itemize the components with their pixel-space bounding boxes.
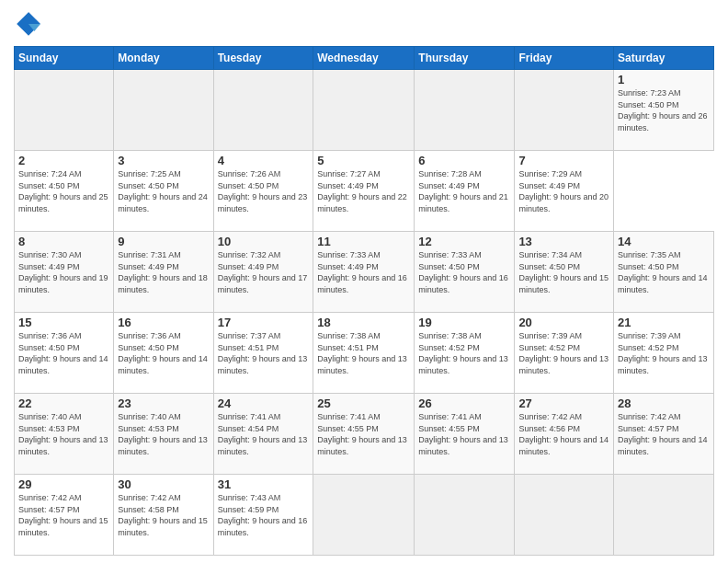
header (14, 9, 714, 39)
calendar-body: 1 Sunrise: 7:23 AMSunset: 4:50 PMDayligh… (15, 70, 714, 556)
day-cell-5: 5 Sunrise: 7:27 AMSunset: 4:49 PMDayligh… (313, 151, 415, 232)
day-cell-4: 4 Sunrise: 7:26 AMSunset: 4:50 PMDayligh… (213, 151, 313, 232)
week-row-1: 2 Sunrise: 7:24 AMSunset: 4:50 PMDayligh… (15, 151, 714, 232)
empty-cell (313, 475, 415, 556)
day-cell-26: 26 Sunrise: 7:41 AMSunset: 4:55 PMDaylig… (415, 394, 515, 475)
day-header-thursday: Thursday (415, 47, 515, 70)
day-cell-3: 3 Sunrise: 7:25 AMSunset: 4:50 PMDayligh… (114, 151, 213, 232)
week-row-4: 22 Sunrise: 7:40 AMSunset: 4:53 PMDaylig… (15, 394, 714, 475)
day-cell-23: 23 Sunrise: 7:40 AMSunset: 4:53 PMDaylig… (114, 394, 213, 475)
day-cell-22: 22 Sunrise: 7:40 AMSunset: 4:53 PMDaylig… (15, 394, 114, 475)
day-cell-31: 31 Sunrise: 7:43 AMSunset: 4:59 PMDaylig… (213, 475, 313, 556)
empty-cell (15, 70, 114, 151)
empty-cell (614, 475, 714, 556)
day-cell-6: 6 Sunrise: 7:28 AMSunset: 4:49 PMDayligh… (415, 151, 515, 232)
empty-cell (415, 475, 515, 556)
day-cell-20: 20 Sunrise: 7:39 AMSunset: 4:52 PMDaylig… (515, 313, 614, 394)
empty-cell (213, 70, 313, 151)
day-cell-24: 24 Sunrise: 7:41 AMSunset: 4:54 PMDaylig… (213, 394, 313, 475)
logo (14, 9, 47, 39)
empty-cell (515, 475, 614, 556)
day-cell-18: 18 Sunrise: 7:38 AMSunset: 4:51 PMDaylig… (313, 313, 415, 394)
day-header-tuesday: Tuesday (213, 47, 313, 70)
day-cell-27: 27 Sunrise: 7:42 AMSunset: 4:56 PMDaylig… (515, 394, 614, 475)
day-cell-9: 9 Sunrise: 7:31 AMSunset: 4:49 PMDayligh… (114, 232, 213, 313)
day-cell-25: 25 Sunrise: 7:41 AMSunset: 4:55 PMDaylig… (313, 394, 415, 475)
empty-cell (313, 70, 415, 151)
day-cell-7: 7 Sunrise: 7:29 AMSunset: 4:49 PMDayligh… (515, 151, 614, 232)
day-cell-8: 8 Sunrise: 7:30 AMSunset: 4:49 PMDayligh… (15, 232, 114, 313)
day-cell-14: 14 Sunrise: 7:35 AMSunset: 4:50 PMDaylig… (614, 232, 714, 313)
page: SundayMondayTuesdayWednesdayThursdayFrid… (0, 0, 728, 563)
logo-icon (14, 9, 43, 39)
calendar: SundayMondayTuesdayWednesdayThursdayFrid… (14, 46, 714, 556)
day-cell-10: 10 Sunrise: 7:32 AMSunset: 4:49 PMDaylig… (213, 232, 313, 313)
day-cell-30: 30 Sunrise: 7:42 AMSunset: 4:58 PMDaylig… (114, 475, 213, 556)
day-cell-17: 17 Sunrise: 7:37 AMSunset: 4:51 PMDaylig… (213, 313, 313, 394)
svg-marker-1 (28, 12, 40, 24)
empty-cell (114, 70, 213, 151)
week-row-2: 8 Sunrise: 7:30 AMSunset: 4:49 PMDayligh… (15, 232, 714, 313)
day-header-monday: Monday (114, 47, 213, 70)
day-cell-16: 16 Sunrise: 7:36 AMSunset: 4:50 PMDaylig… (114, 313, 213, 394)
day-cell-12: 12 Sunrise: 7:33 AMSunset: 4:50 PMDaylig… (415, 232, 515, 313)
header-row: SundayMondayTuesdayWednesdayThursdayFrid… (15, 47, 714, 70)
week-row-3: 15 Sunrise: 7:36 AMSunset: 4:50 PMDaylig… (15, 313, 714, 394)
day-header-saturday: Saturday (614, 47, 714, 70)
day-cell-28: 28 Sunrise: 7:42 AMSunset: 4:57 PMDaylig… (614, 394, 714, 475)
week-row-5: 29 Sunrise: 7:42 AMSunset: 4:57 PMDaylig… (15, 475, 714, 556)
day-cell-11: 11 Sunrise: 7:33 AMSunset: 4:49 PMDaylig… (313, 232, 415, 313)
day-cell-19: 19 Sunrise: 7:38 AMSunset: 4:52 PMDaylig… (415, 313, 515, 394)
day-header-friday: Friday (515, 47, 614, 70)
day-cell-15: 15 Sunrise: 7:36 AMSunset: 4:50 PMDaylig… (15, 313, 114, 394)
day-header-sunday: Sunday (15, 47, 114, 70)
week-row-0: 1 Sunrise: 7:23 AMSunset: 4:50 PMDayligh… (15, 70, 714, 151)
empty-cell (515, 70, 614, 151)
day-header-wednesday: Wednesday (313, 47, 415, 70)
day-cell-21: 21 Sunrise: 7:39 AMSunset: 4:52 PMDaylig… (614, 313, 714, 394)
day-cell-2: 2 Sunrise: 7:24 AMSunset: 4:50 PMDayligh… (15, 151, 114, 232)
day-cell-1: 1 Sunrise: 7:23 AMSunset: 4:50 PMDayligh… (614, 70, 714, 151)
calendar-header: SundayMondayTuesdayWednesdayThursdayFrid… (15, 47, 714, 70)
empty-cell (415, 70, 515, 151)
day-cell-13: 13 Sunrise: 7:34 AMSunset: 4:50 PMDaylig… (515, 232, 614, 313)
day-cell-29: 29 Sunrise: 7:42 AMSunset: 4:57 PMDaylig… (15, 475, 114, 556)
